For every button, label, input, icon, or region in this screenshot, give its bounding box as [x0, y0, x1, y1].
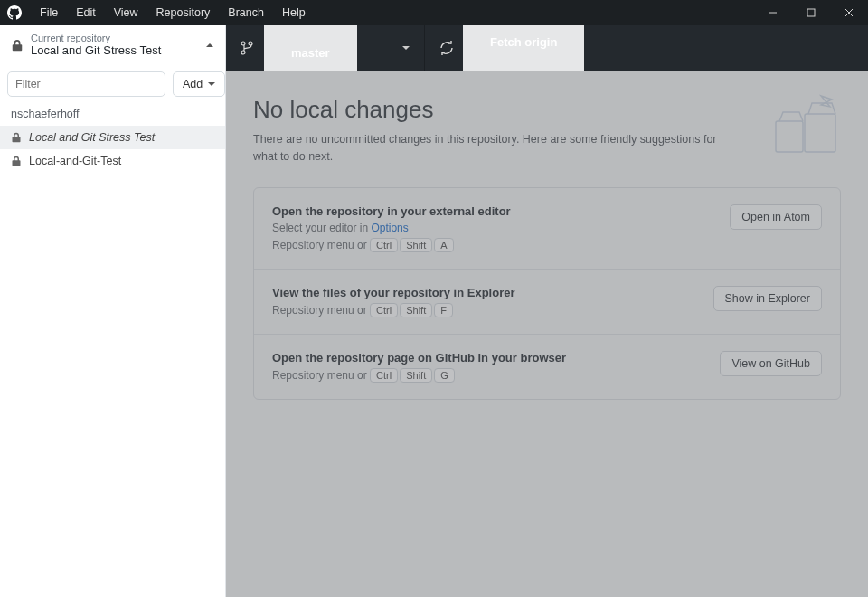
main-panel: No local changes There are no uncommitte… [226, 71, 868, 597]
lock-icon [11, 132, 22, 143]
branch-selector[interactable]: Current branch master [226, 25, 425, 71]
filter-row: Add [0, 64, 225, 104]
caret-down-icon [402, 44, 410, 52]
menu-file[interactable]: File [31, 0, 67, 25]
current-repo-label: Current repository [31, 33, 161, 43]
svg-rect-4 [776, 121, 803, 152]
menu-repository[interactable]: Repository [147, 0, 220, 25]
suggestion-card-editor: Open the repository in your external edi… [254, 188, 840, 270]
open-in-editor-button[interactable]: Open in Atom [730, 204, 822, 230]
sync-icon [439, 41, 454, 55]
caret-down-icon [208, 81, 215, 88]
fetch-label: Fetch origin [463, 25, 584, 76]
card-shortcut: Repository menu or CtrlShiftF [272, 303, 515, 317]
show-in-explorer-button[interactable]: Show in Explorer [713, 286, 823, 311]
lock-icon [11, 39, 24, 52]
content-column: Current branch master Fetch origin Never… [226, 25, 868, 597]
suggestion-card-github: Open the repository page on GitHub in yo… [254, 335, 840, 399]
window-controls [754, 0, 868, 25]
menu-view[interactable]: View [105, 0, 147, 25]
suggestion-cards: Open the repository in your external edi… [253, 187, 841, 400]
svg-rect-1 [807, 9, 815, 16]
maximize-button[interactable] [792, 0, 830, 25]
options-link[interactable]: Options [371, 222, 408, 234]
card-title: Open the repository page on GitHub in yo… [272, 351, 566, 365]
card-shortcut: Repository menu or CtrlShiftG [272, 368, 566, 383]
page-heading: No local changes [253, 96, 841, 124]
branch-icon [241, 41, 255, 55]
view-on-github-button[interactable]: View on GitHub [720, 351, 822, 376]
menu-help[interactable]: Help [273, 0, 315, 25]
card-shortcut: Repository menu or CtrlShiftA [272, 238, 511, 252]
menu-branch[interactable]: Branch [219, 0, 273, 25]
add-button[interactable]: Add [173, 71, 225, 97]
card-title: View the files of your repository in Exp… [272, 286, 515, 299]
card-title: Open the repository in your external edi… [272, 204, 511, 218]
fetch-button[interactable]: Fetch origin Never fetched [425, 25, 633, 71]
page-subtext: There are no uncommitted changes in this… [253, 131, 723, 166]
owner-label: nschaeferhoff [0, 104, 225, 124]
window-titlebar: File Edit View Repository Branch Help [0, 0, 868, 25]
filter-input[interactable] [7, 71, 165, 97]
suggestion-card-explorer: View the files of your repository in Exp… [254, 270, 840, 335]
repos-sidebar: Current repository Local and Git Stress … [0, 25, 226, 597]
repo-name: Local-and-Git-Test [29, 155, 121, 167]
lock-icon [11, 156, 22, 166]
svg-rect-5 [805, 114, 835, 152]
close-button[interactable] [830, 0, 868, 25]
minimize-button[interactable] [754, 0, 792, 25]
empty-illustration-icon [769, 89, 846, 157]
menu-edit[interactable]: Edit [67, 0, 105, 25]
repo-list: Local and Git Stress Test Local-and-Git-… [0, 126, 225, 173]
card-subtext: Select your editor in Options [272, 222, 511, 234]
toolbar: Current branch master Fetch origin Never… [226, 25, 868, 71]
github-logo-icon [7, 5, 22, 20]
add-label: Add [183, 78, 203, 90]
repo-item[interactable]: Local and Git Stress Test [0, 126, 225, 149]
repo-item[interactable]: Local-and-Git-Test [0, 149, 225, 173]
chevron-up-icon [205, 41, 214, 50]
repo-name: Local and Git Stress Test [29, 131, 155, 144]
current-repo-selector[interactable]: Current repository Local and Git Stress … [0, 25, 225, 64]
current-repo-name: Local and Git Stress Test [31, 43, 161, 57]
